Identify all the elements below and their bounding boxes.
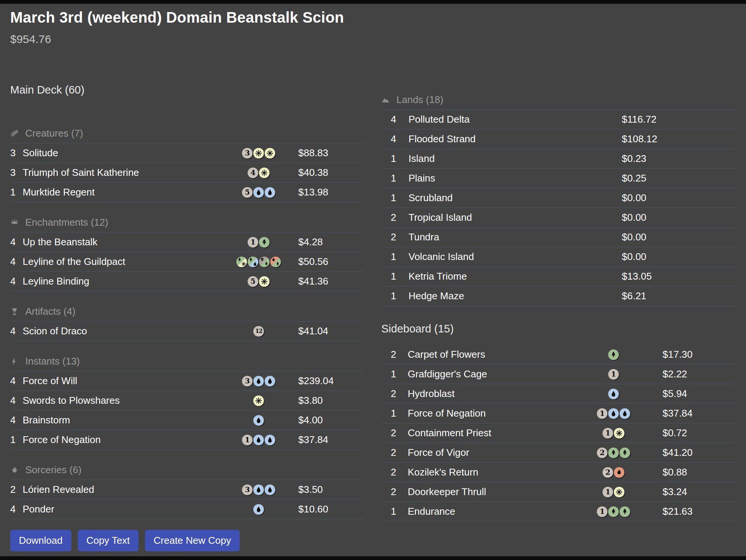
deck-section: Instants (13)4Force of Will3$239.044Swor… (10, 355, 364, 450)
card-price: $21.63 (663, 506, 735, 517)
download-button[interactable]: Download (10, 530, 71, 551)
card-row: 1Endurance1$21.63 (381, 502, 735, 522)
card-mana-cost: 5 (219, 276, 298, 287)
mana-symbol-U (608, 389, 619, 399)
mana-symbol-1: 1 (603, 428, 613, 438)
card-qty: 1 (391, 368, 408, 380)
card-name[interactable]: Hydroblast (408, 388, 564, 400)
card-qty: 1 (391, 506, 408, 517)
card-name[interactable]: Murktide Regent (23, 186, 219, 198)
card-name[interactable]: Up the Beanstalk (23, 236, 219, 248)
card-name[interactable]: Force of Negation (23, 434, 219, 446)
card-name[interactable]: Triumph of Saint Katherine (23, 167, 219, 178)
card-qty: 2 (391, 231, 408, 243)
card-qty: 4 (10, 414, 23, 426)
create-new-copy-button[interactable]: Create New Copy (145, 530, 240, 551)
card-row: 1Force of Negation1$37.84 (10, 430, 364, 450)
card-row: 4Brainstorm$4.00 (10, 411, 364, 430)
card-qty: 2 (391, 212, 408, 223)
window-bottom-strip (0, 556, 746, 560)
section-header: Creatures (7) (10, 127, 364, 140)
mana-symbol-3: 3 (242, 148, 253, 158)
card-name[interactable]: Hedge Maze (408, 290, 622, 302)
card-name[interactable]: Grafdigger's Cage (408, 368, 564, 380)
card-row: 1Island$0.23 (381, 149, 735, 169)
card-mana-cost: 4 (219, 168, 298, 178)
card-name[interactable]: Force of Vigor (408, 447, 564, 458)
mana-symbol-3: 3 (242, 376, 253, 386)
card-row: 4Scion of Draco12$41.04 (10, 322, 364, 341)
section-rows: 4Force of Will3$239.044Swords to Plowsha… (10, 371, 364, 450)
card-name[interactable]: Tropical Island (408, 212, 622, 223)
card-qty: 2 (10, 484, 23, 495)
card-name[interactable]: Scrubland (408, 192, 622, 204)
card-name[interactable]: Plains (408, 172, 622, 184)
card-qty: 4 (10, 503, 23, 515)
card-mana-cost (564, 389, 663, 399)
card-row: 3Triumph of Saint Katherine4$40.38 (10, 163, 364, 183)
section-header: Enchantments (12) (10, 216, 364, 229)
card-row: 4Leyline of the Guildpact$50.56 (10, 252, 364, 272)
card-name[interactable]: Force of Will (23, 375, 219, 387)
card-name[interactable]: Force of Negation (408, 408, 564, 419)
card-mana-cost: 5 (219, 187, 298, 198)
card-row: 1Murktide Regent5$13.98 (10, 183, 364, 202)
card-name[interactable]: Polluted Delta (408, 114, 622, 125)
card-name[interactable]: Containment Priest (408, 427, 564, 439)
card-mana-cost (219, 395, 298, 406)
mana-symbol-U (253, 415, 264, 426)
copy-text-button[interactable]: Copy Text (78, 530, 139, 551)
card-row: 3Solitude3$88.83 (10, 143, 364, 163)
card-mana-cost: 1 (564, 369, 663, 380)
card-name[interactable]: Flooded Strand (408, 133, 622, 145)
section-rows: 4Up the Beanstalk1$4.284Leyline of the G… (10, 232, 364, 291)
deck-section: Creatures (7)3Solitude3$88.833Triumph of… (10, 127, 364, 202)
section-header: Instants (13) (10, 355, 364, 368)
mana-symbol-1: 1 (242, 435, 253, 445)
mana-symbol-W (253, 395, 264, 406)
card-name[interactable]: Carpet of Flowers (408, 349, 564, 360)
lands-sideboard-column: Lands (18)4Polluted Delta$116.724Flooded… (381, 93, 735, 522)
card-name[interactable]: Endurance (408, 506, 564, 517)
section-label: Sorceries (6) (25, 464, 82, 476)
card-name[interactable]: Swords to Plowshares (23, 395, 219, 406)
card-qty: 2 (391, 466, 408, 478)
card-row: 2Lórien Revealed3$3.50 (10, 480, 364, 500)
card-name[interactable]: Volcanic Island (408, 251, 622, 263)
card-qty: 3 (10, 147, 23, 159)
card-name[interactable]: Doorkeeper Thrull (408, 486, 564, 498)
section-header: Artifacts (4) (10, 305, 364, 318)
section-label: Creatures (7) (25, 128, 83, 139)
card-price: $108.12 (622, 133, 735, 145)
card-name[interactable]: Leyline Binding (23, 275, 219, 287)
card-name[interactable]: Solitude (23, 147, 219, 159)
sideboard-rows: 2Carpet of Flowers$17.301Grafdigger's Ca… (381, 345, 735, 522)
card-name[interactable]: Leyline of the Guildpact (23, 256, 219, 268)
card-name[interactable]: Ponder (23, 503, 219, 515)
card-mana-cost: 1 (219, 237, 298, 248)
card-qty: 2 (391, 486, 408, 498)
mana-symbol-5: 5 (242, 187, 253, 198)
mana-symbol-G (608, 506, 619, 517)
card-name[interactable]: Lórien Revealed (23, 484, 219, 495)
card-name[interactable]: Tundra (408, 231, 622, 243)
card-name[interactable]: Ketria Triome (408, 271, 622, 282)
deck-section: Enchantments (12)4Up the Beanstalk1$4.28… (10, 216, 364, 291)
card-price: $0.00 (622, 212, 735, 223)
card-qty: 4 (10, 395, 23, 406)
card-price: $0.25 (622, 172, 735, 184)
card-qty: 4 (10, 375, 23, 387)
card-mana-cost: 3 (219, 148, 298, 158)
card-name[interactable]: Brainstorm (23, 414, 219, 426)
card-qty: 1 (391, 172, 408, 184)
mana-symbol-W (253, 148, 264, 158)
card-qty: 4 (10, 236, 23, 248)
card-name[interactable]: Scion of Draco (23, 325, 219, 337)
card-price: $37.84 (663, 408, 735, 419)
card-name[interactable]: Island (408, 153, 622, 165)
card-price: $0.00 (622, 192, 735, 204)
card-name[interactable]: Kozilek's Return (408, 466, 564, 478)
deck-page: March 3rd (weekend) Domain Beanstalk Sci… (0, 0, 746, 560)
card-price: $13.05 (622, 271, 735, 282)
mana-symbol-U (253, 376, 264, 386)
